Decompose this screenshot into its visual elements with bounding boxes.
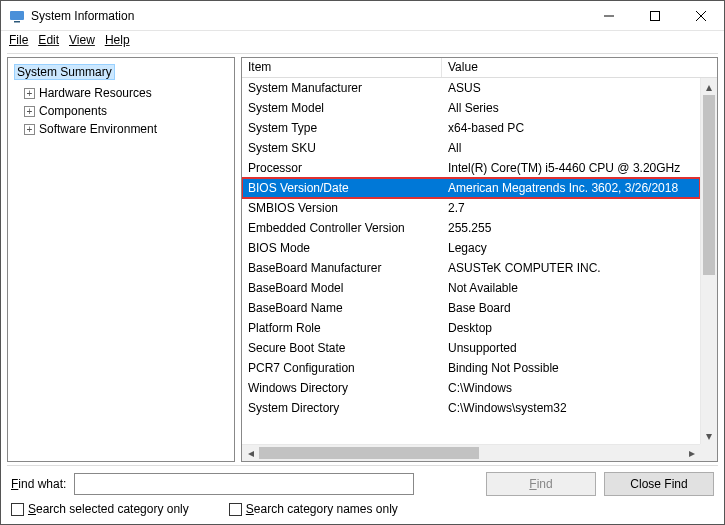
scroll-left-icon[interactable]: ◂: [242, 445, 259, 461]
scroll-up-icon[interactable]: ▴: [701, 78, 717, 95]
list-body: System ManufacturerASUSSystem ModelAll S…: [242, 78, 717, 461]
list-row[interactable]: Secure Boot StateUnsupported: [242, 338, 700, 358]
window-title: System Information: [31, 9, 134, 23]
find-input[interactable]: [74, 473, 414, 495]
expand-icon[interactable]: +: [24, 88, 35, 99]
cell-value: C:\Windows\system32: [442, 401, 700, 415]
list-row[interactable]: BIOS ModeLegacy: [242, 238, 700, 258]
scroll-right-icon[interactable]: ▸: [683, 445, 700, 461]
close-button[interactable]: [678, 1, 724, 31]
cell-value: 2.7: [442, 201, 700, 215]
vertical-scrollbar[interactable]: ▴ ▾: [700, 78, 717, 444]
cell-item: BaseBoard Model: [242, 281, 442, 295]
cell-value: Intel(R) Core(TM) i5-4460 CPU @ 3.20GHz: [442, 161, 700, 175]
list-row[interactable]: Windows DirectoryC:\Windows: [242, 378, 700, 398]
tree-item-hardware-resources[interactable]: + Hardware Resources: [12, 84, 230, 102]
maximize-button[interactable]: [632, 1, 678, 31]
expand-icon[interactable]: +: [24, 124, 35, 135]
tree-item-software-environment[interactable]: + Software Environment: [12, 120, 230, 138]
menubar: File Edit View Help: [1, 31, 724, 53]
column-header-item[interactable]: Item: [242, 58, 442, 77]
svg-rect-1: [14, 21, 20, 23]
cell-value: Unsupported: [442, 341, 700, 355]
cell-value: American Megatrends Inc. 3602, 3/26/2018: [442, 181, 700, 195]
cell-item: System Manufacturer: [242, 81, 442, 95]
menu-file[interactable]: File: [9, 33, 28, 47]
tree-item-components[interactable]: + Components: [12, 102, 230, 120]
horizontal-scrollbar[interactable]: ◂ ▸: [242, 444, 700, 461]
cell-item: Embedded Controller Version: [242, 221, 442, 235]
scroll-thumb[interactable]: [703, 95, 715, 275]
list-row[interactable]: System Typex64-based PC: [242, 118, 700, 138]
cell-value: ASUS: [442, 81, 700, 95]
cell-item: Processor: [242, 161, 442, 175]
search-selected-category-checkbox[interactable]: Search selected category only: [11, 502, 189, 516]
list-row[interactable]: BIOS Version/DateAmerican Megatrends Inc…: [242, 178, 700, 198]
tree-root[interactable]: System Summary: [12, 60, 230, 84]
column-header-value[interactable]: Value: [442, 58, 717, 77]
list-row[interactable]: BaseBoard NameBase Board: [242, 298, 700, 318]
scroll-down-icon[interactable]: ▾: [701, 427, 717, 444]
find-bar: Find what: Find Close Find Search select…: [1, 466, 724, 524]
details-list: Item Value System ManufacturerASUSSystem…: [241, 57, 718, 462]
cell-value: Not Available: [442, 281, 700, 295]
checkbox-icon: [11, 503, 24, 516]
list-row[interactable]: Embedded Controller Version255.255: [242, 218, 700, 238]
cell-value: All Series: [442, 101, 700, 115]
list-row[interactable]: SMBIOS Version2.7: [242, 198, 700, 218]
search-category-names-checkbox[interactable]: Search category names only: [229, 502, 398, 516]
scroll-track[interactable]: [259, 445, 683, 461]
cell-item: BaseBoard Manufacturer: [242, 261, 442, 275]
scroll-corner: [700, 444, 717, 461]
tree-item-label: Components: [39, 104, 107, 118]
checkbox-label: Search category names only: [246, 502, 398, 516]
close-find-button[interactable]: Close Find: [604, 472, 714, 496]
find-button[interactable]: Find: [486, 472, 596, 496]
checkbox-label: Search selected category only: [28, 502, 189, 516]
cell-item: Secure Boot State: [242, 341, 442, 355]
list-row[interactable]: ProcessorIntel(R) Core(TM) i5-4460 CPU @…: [242, 158, 700, 178]
scroll-thumb[interactable]: [259, 447, 479, 459]
cell-item: BIOS Mode: [242, 241, 442, 255]
list-row[interactable]: System DirectoryC:\Windows\system32: [242, 398, 700, 418]
svg-rect-3: [651, 11, 660, 20]
list-row[interactable]: System ModelAll Series: [242, 98, 700, 118]
menu-view[interactable]: View: [69, 33, 95, 47]
category-tree[interactable]: System Summary + Hardware Resources + Co…: [7, 57, 235, 462]
menu-edit[interactable]: Edit: [38, 33, 59, 47]
cell-value: Legacy: [442, 241, 700, 255]
titlebar: System Information: [1, 1, 724, 31]
cell-value: C:\Windows: [442, 381, 700, 395]
cell-value: x64-based PC: [442, 121, 700, 135]
system-information-window: System Information File Edit View Help S…: [0, 0, 725, 525]
list-row[interactable]: BaseBoard ModelNot Available: [242, 278, 700, 298]
app-icon: [9, 8, 25, 24]
window-controls: [586, 1, 724, 31]
menu-help[interactable]: Help: [105, 33, 130, 47]
find-label: Find what:: [11, 477, 66, 491]
expand-icon[interactable]: +: [24, 106, 35, 117]
cell-item: Platform Role: [242, 321, 442, 335]
list-row[interactable]: Platform RoleDesktop: [242, 318, 700, 338]
list-row[interactable]: System SKUAll: [242, 138, 700, 158]
cell-item: System Directory: [242, 401, 442, 415]
minimize-button[interactable]: [586, 1, 632, 31]
cell-item: System SKU: [242, 141, 442, 155]
tree-item-system-summary[interactable]: System Summary: [14, 64, 115, 80]
svg-rect-0: [10, 11, 24, 20]
cell-value: Base Board: [442, 301, 700, 315]
cell-item: System Type: [242, 121, 442, 135]
cell-item: SMBIOS Version: [242, 201, 442, 215]
cell-item: BIOS Version/Date: [242, 181, 442, 195]
cell-item: BaseBoard Name: [242, 301, 442, 315]
tree-item-label: Software Environment: [39, 122, 157, 136]
list-header: Item Value: [242, 58, 717, 78]
tree-item-label: Hardware Resources: [39, 86, 152, 100]
list-row[interactable]: PCR7 ConfigurationBinding Not Possible: [242, 358, 700, 378]
cell-value: 255.255: [442, 221, 700, 235]
list-row[interactable]: System ManufacturerASUS: [242, 78, 700, 98]
cell-item: System Model: [242, 101, 442, 115]
scroll-track[interactable]: [701, 95, 717, 427]
content-area: System Summary + Hardware Resources + Co…: [7, 53, 718, 466]
list-row[interactable]: BaseBoard ManufacturerASUSTeK COMPUTER I…: [242, 258, 700, 278]
